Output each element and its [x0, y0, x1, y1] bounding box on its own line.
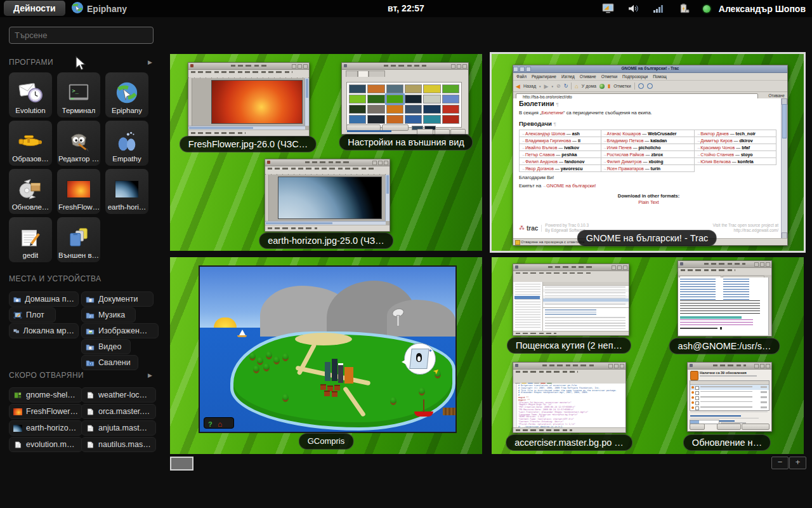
clock[interactable]: вт, 22:57: [388, 0, 424, 17]
workspace-2-active[interactable]: GNOME на български! - Trac ФайлРедактира…: [492, 54, 804, 251]
translator-cell: →Владимира Гиргинова — ii: [520, 137, 601, 144]
place-item-downloads[interactable]: Свалени: [81, 355, 138, 370]
translator-name: Владимир Петков: [607, 138, 644, 143]
recent-item-freshflower[interactable]: FreshFlower…: [9, 404, 82, 419]
translator-nick: ii: [578, 138, 580, 143]
translator-cell: →Ивайло Вълков — ivalkov: [520, 144, 601, 151]
place-item-pictures[interactable]: Изображен…: [81, 323, 159, 338]
app-tile-evolution[interactable]: Evolution: [9, 72, 52, 117]
place-item-music[interactable]: ♪ Музика: [81, 307, 136, 323]
app-label: earth-hori…: [108, 203, 147, 211]
window-appearance-settings[interactable]: [341, 62, 469, 135]
app-tile-gcompris[interactable]: Образов…: [9, 121, 52, 166]
epiphany-app-icon: [114, 79, 140, 107]
app-menu[interactable]: Epiphany: [71, 0, 127, 17]
terminal-text-area: [678, 277, 771, 335]
place-label: Видео: [98, 342, 122, 351]
place-item-desktop[interactable]: Плот: [9, 307, 56, 323]
bookmarks-icon: ▮: [608, 83, 610, 89]
place-item-network[interactable]: Локална мр…: [9, 323, 79, 338]
app-tile-gimp[interactable]: Редактор …: [57, 121, 100, 166]
window-earth-horizon-gimp[interactable]: [265, 159, 390, 232]
translator-name: Димитър Киров: [700, 138, 732, 143]
battery-icon[interactable]: [678, 3, 690, 14]
remove-workspace-button[interactable]: −: [771, 457, 789, 469]
globe-icon: [599, 84, 605, 89]
window-terminal[interactable]: [678, 260, 772, 337]
team-line: Екипът на →GNOME на български!: [519, 183, 778, 189]
translator-nick: peshka: [561, 152, 577, 157]
recent-item-anjuta[interactable]: anjuta.mast…: [81, 420, 156, 436]
app-tile-updates[interactable]: Обновле…: [9, 169, 52, 214]
wallpaper-thumbnail: [349, 95, 366, 104]
earth-thumbnail-icon: [115, 175, 139, 203]
app-tile-empathy[interactable]: Empathy: [105, 121, 148, 166]
wallpaper-thumbnail: [367, 105, 384, 114]
menu-item: Отиване: [580, 74, 596, 79]
window-caption: GNOME на български! - Trac: [577, 230, 717, 246]
places-header: МЕСТА И УСТРОЙСТВА: [9, 274, 102, 283]
window-gcompris[interactable]: ✦ ➤ ? ⌂: [199, 265, 457, 433]
recent-item-weather[interactable]: weather-loc…: [81, 387, 156, 403]
gedit-text-area: # Bulgarian translation of accerciser po…: [513, 384, 625, 428]
recent-expander-icon[interactable]: ▶: [148, 372, 152, 378]
recent-item-nautilus[interactable]: nautilus.mas…: [81, 437, 156, 452]
translator-cell: →Александър Шопов — ash: [520, 130, 601, 137]
recent-label: anjuta.mast…: [98, 424, 147, 432]
volume-icon[interactable]: [627, 3, 639, 14]
network-signal-icon[interactable]: [653, 4, 664, 14]
app-tile-gedit[interactable]: gedit: [9, 217, 52, 262]
window-freshflower-gimp[interactable]: [188, 62, 310, 137]
translator-nick: bfaf: [742, 145, 750, 150]
window-update-manager[interactable]: Налични са 39 обновления: [687, 362, 772, 432]
wallpaper-thumbnail: [367, 115, 384, 124]
wallpaper-thumbnail: [423, 95, 440, 104]
wallpaper-thumbnail: [405, 115, 422, 124]
wallpaper-thumbnail: [405, 105, 422, 114]
recent-item-orca[interactable]: orca.master.…: [81, 404, 156, 419]
workspace-4[interactable]: Пощенска кутия (2 неп… ash@GNOME:/usr/s…: [492, 257, 804, 454]
app-tile-epiphany[interactable]: Epiphany: [105, 72, 148, 117]
recent-item-gnome-shell[interactable]: gnome-shel…: [9, 387, 82, 403]
svg-text:♪: ♪: [89, 314, 91, 318]
display-icon[interactable]: [602, 3, 614, 14]
translator-name: Филип Андонов: [525, 159, 558, 164]
place-label: Локална мр…: [23, 326, 74, 335]
translator-name: Красимир Чонов: [700, 145, 735, 150]
translator-nick: fandonov: [565, 159, 585, 164]
flower-image: [211, 80, 303, 124]
window-trac-browser[interactable]: GNOME на български! - Trac ФайлРедактира…: [513, 65, 788, 246]
translator-cell: →Петър Славов — peshka: [520, 151, 601, 158]
place-label: Плот: [26, 311, 44, 319]
svg-text:>_: >_: [72, 88, 79, 94]
wallpaper-thumbnail: [367, 84, 384, 93]
status-icon: [515, 240, 520, 245]
updates-header: Налични са 39 обновления: [700, 371, 747, 375]
app-tile-terminal[interactable]: >_ Терминал: [57, 72, 100, 117]
place-item-videos[interactable]: Видео: [81, 339, 131, 354]
gnome-shell-overview: Дейности Epiphany вт, 22:57 Александър Ш…: [0, 0, 812, 508]
recent-item-evolution-po[interactable]: evolution.m…: [9, 437, 82, 452]
user-menu[interactable]: Александър Шопов: [719, 4, 806, 14]
search-input[interactable]: [9, 27, 154, 44]
translator-nick: ash: [572, 131, 580, 136]
translator-cell: →Атанас Кошаров — WebCrusader: [601, 130, 695, 137]
zoom-out-icon: [647, 83, 653, 89]
workspace-1[interactable]: FreshFlower.jpg-26.0 (ЧЗС… Настройки на …: [170, 54, 482, 251]
app-tile-themes[interactable]: Външен в…: [57, 217, 100, 262]
workspace-3[interactable]: ✦ ➤ ? ⌂ GCompris: [170, 257, 482, 454]
place-item-documents[interactable]: Документи: [81, 291, 154, 307]
add-workspace-button[interactable]: +: [789, 457, 806, 469]
recent-item-earth-horizon[interactable]: earth-horizo…: [9, 420, 82, 436]
workspace-add-indicator[interactable]: [170, 457, 193, 471]
app-tile-freshflower[interactable]: FreshFlow…: [57, 169, 100, 214]
window-gedit-po[interactable]: # Bulgarian translation of accerciser po…: [513, 362, 626, 433]
programs-expander-icon[interactable]: ▶: [148, 59, 152, 65]
place-item-home[interactable]: Домашна п…: [9, 291, 79, 307]
epiphany-icon: [71, 1, 84, 17]
window-caption: Обновление н…: [683, 434, 771, 451]
activities-button[interactable]: Дейности: [4, 1, 65, 16]
window-evolution-mail[interactable]: [513, 264, 629, 336]
app-label: Терминал: [62, 107, 96, 114]
app-tile-earth-horizon[interactable]: earth-hori…: [105, 169, 148, 214]
